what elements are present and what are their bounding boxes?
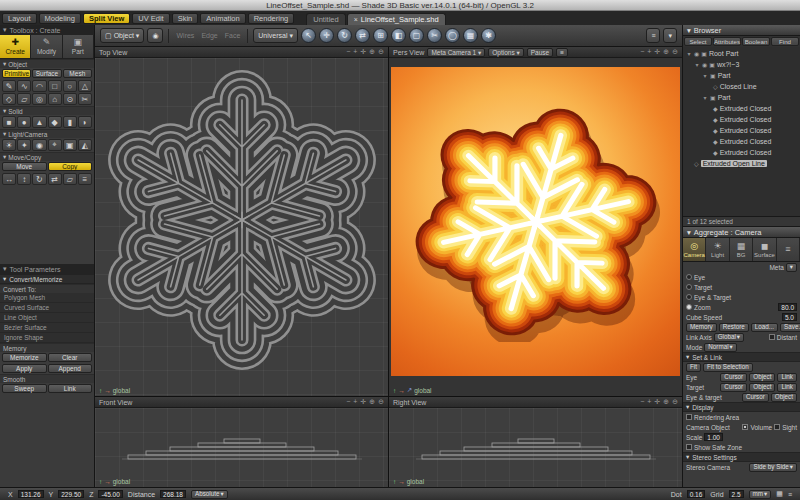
target-object-button[interactable]: Object — [749, 383, 775, 392]
meta-camera-icon[interactable]: ◭ — [78, 139, 92, 151]
sight-checkbox[interactable] — [774, 424, 780, 430]
zoom-option-row[interactable]: Zoom 80.0 — [683, 302, 800, 312]
disclosure-icon[interactable]: ▾ — [694, 61, 700, 68]
fit-to-selection-button[interactable]: Fit to Selection — [703, 363, 753, 372]
move-copy-section-label[interactable]: ▾ Move/Copy — [0, 152, 94, 161]
workspace-tab-rendering[interactable]: Rendering — [248, 13, 295, 24]
convert-option-curved-surface[interactable]: Curved Surface — [0, 303, 94, 313]
x-coordinate-field[interactable]: 131.26 — [18, 490, 44, 498]
eye-target-radio[interactable] — [686, 294, 692, 300]
object-mode-dropdown[interactable]: ▢ Object ▾ — [100, 28, 144, 43]
stack-icon[interactable]: ≡ — [78, 173, 92, 185]
magnify-out-icon[interactable]: ⊖ — [672, 48, 678, 56]
rotate-tool-icon[interactable]: ↻ — [337, 28, 352, 43]
viewport-pers-canvas[interactable]: ↑→↗ global — [389, 58, 682, 396]
house-tool-icon[interactable]: ⌂ — [48, 93, 62, 105]
convert-option-line-object[interactable]: Line Object — [0, 313, 94, 323]
zoom-in-button[interactable]: + — [353, 48, 357, 56]
toolbar-more-dropdown[interactable]: ▾ — [663, 28, 677, 43]
clear-button[interactable]: Clear — [48, 353, 93, 362]
convert-option-bezier-surface[interactable]: Bezier Surface — [0, 323, 94, 333]
circle-tool-icon[interactable]: ○ — [63, 80, 77, 92]
wires-mode-label[interactable]: Wires — [174, 32, 196, 39]
tab-select[interactable]: Select — [684, 37, 712, 46]
workspace-tab-modeling[interactable]: Modeling — [39, 13, 81, 24]
polygon-tool-icon[interactable]: ▱ — [17, 93, 31, 105]
translate-y-icon[interactable]: ↕ — [17, 173, 31, 185]
tab-bg[interactable]: ▦ BG — [730, 238, 753, 261]
eye-radio[interactable] — [686, 274, 692, 280]
settings-tool-icon[interactable]: ✱ — [481, 28, 496, 43]
viewport-front-canvas[interactable]: ↑→ global — [95, 408, 388, 487]
workspace-tab-animation[interactable]: Animation — [200, 13, 245, 24]
view-menu-button[interactable]: ≡ — [556, 48, 568, 57]
arc-tool-icon[interactable]: ◠ — [32, 80, 46, 92]
mesh-button[interactable]: Mesh — [63, 69, 92, 78]
rectangle-tool-icon[interactable]: □ — [48, 80, 62, 92]
convert-option-polygon-mesh[interactable]: Polygon Mesh — [0, 293, 94, 303]
workspace-tab-uv-edit[interactable]: UV Edit — [132, 13, 169, 24]
grid-field[interactable]: 2.5 — [729, 490, 744, 498]
link-axis-dropdown[interactable]: Global ▾ — [714, 333, 744, 342]
tab-camera[interactable]: ◎ Camera — [683, 238, 706, 261]
save-button[interactable]: Save... — [780, 323, 800, 332]
zoom-out-button[interactable]: − — [640, 398, 644, 406]
z-coordinate-field[interactable]: -45.00 — [98, 490, 122, 498]
rotate-icon[interactable]: ↻ — [32, 173, 46, 185]
prism-solid-icon[interactable]: ◆ — [48, 116, 62, 128]
sweep-button[interactable]: Sweep — [2, 384, 47, 393]
torus-solid-icon[interactable]: ◗ — [78, 116, 92, 128]
shade-half-tool-icon[interactable]: ◧ — [391, 28, 406, 43]
toolbox-tab-create[interactable]: ✚ Create — [0, 35, 31, 58]
ring-tool-icon[interactable]: ◎ — [32, 93, 46, 105]
dot-field[interactable]: 0.16 — [687, 490, 706, 498]
solid-section-label[interactable]: ▾ Solid — [0, 106, 94, 115]
tree-item-selected[interactable]: ◇ Extruded Open Line — [683, 158, 800, 169]
triangle-tool-icon[interactable]: △ — [78, 80, 92, 92]
zoom-out-button[interactable]: − — [640, 48, 644, 56]
convert-memorize-bar[interactable]: ▾ Convert/Memorize — [0, 274, 94, 284]
toolbox-tab-modify[interactable]: ✎ Modify — [31, 35, 62, 58]
shear-icon[interactable]: ▱ — [63, 173, 77, 185]
mirror-icon[interactable]: ⇄ — [48, 173, 62, 185]
tree-item[interactable]: ◆ Extruded Closed — [683, 136, 800, 147]
target-cursor-button[interactable]: Cursor — [720, 383, 747, 392]
target-camera-icon[interactable]: ⌖ — [48, 139, 62, 151]
light-camera-section-label[interactable]: ▾ Light/Camera — [0, 129, 94, 138]
pan-button[interactable]: ✛ — [654, 398, 660, 406]
visibility-icon[interactable]: ◉ — [702, 61, 707, 68]
tree-item[interactable]: ▾ ▣ Part — [683, 92, 800, 103]
magnify-out-icon[interactable]: ⊖ — [672, 398, 678, 406]
cut-tool-icon[interactable]: ✂ — [427, 28, 442, 43]
distant-checkbox[interactable] — [769, 334, 775, 340]
status-menu-icon[interactable]: ≡ — [788, 491, 792, 498]
pan-button[interactable]: ✛ — [360, 48, 366, 56]
universal-dropdown[interactable]: Universal ▾ — [253, 28, 298, 43]
options-dropdown[interactable]: Options ▾ — [488, 48, 523, 57]
cone-solid-icon[interactable]: ▲ — [32, 116, 46, 128]
meta-dropdown[interactable]: ▾ — [786, 263, 797, 272]
restore-button[interactable]: Restore — [719, 323, 749, 332]
document-tab-untitled[interactable]: Untitled — [306, 13, 345, 25]
collapse-icon[interactable]: ▾ — [687, 26, 691, 35]
eye-link-button[interactable]: Link — [777, 373, 797, 382]
viewport-right-canvas[interactable]: ↑→ global — [389, 408, 682, 487]
surface-button[interactable]: Surface — [32, 69, 61, 78]
collapse-icon[interactable]: ▾ — [3, 26, 7, 34]
eye-cursor-button[interactable]: Cursor — [720, 373, 747, 382]
translate-x-icon[interactable]: ↔ — [2, 173, 16, 185]
zoom-in-button[interactable]: + — [353, 398, 357, 406]
workspace-tab-split-view[interactable]: Split View — [83, 13, 130, 24]
box-solid-icon[interactable]: ■ — [2, 116, 16, 128]
trim-tool-icon[interactable]: ✂ — [78, 93, 92, 105]
grid-snap-tool-icon[interactable]: ⊞ — [373, 28, 388, 43]
sun-light-icon[interactable]: ☀ — [2, 139, 16, 151]
fit-button[interactable]: Fit — [686, 363, 701, 372]
cylinder-solid-icon[interactable]: ▮ — [63, 116, 77, 128]
scale-field[interactable]: 1.00 — [704, 433, 723, 441]
pen-tool-icon[interactable]: ✎ — [2, 80, 16, 92]
document-tab-lineoffset[interactable]: × LineOffset_Sample.shd — [347, 13, 446, 25]
point-light-icon[interactable]: ✦ — [17, 139, 31, 151]
zoom-out-button[interactable]: − — [346, 48, 350, 56]
eye-target-cursor-button[interactable]: Cursor — [742, 393, 769, 402]
